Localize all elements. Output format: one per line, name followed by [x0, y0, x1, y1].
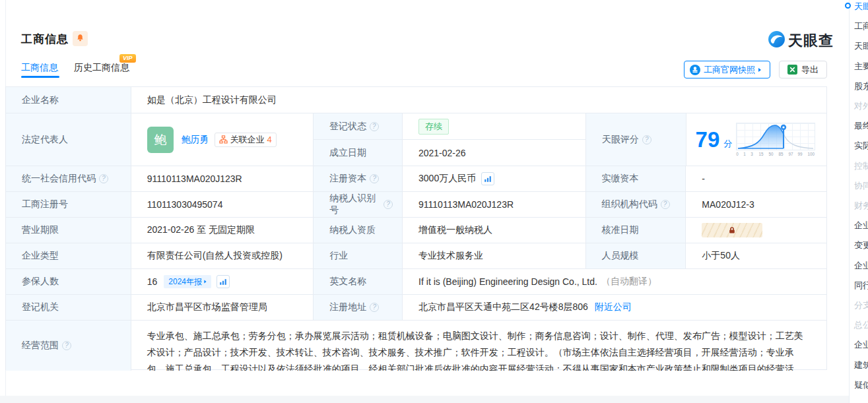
help-icon[interactable] — [642, 135, 651, 144]
sidebar-item[interactable]: 同行 — [854, 280, 868, 292]
reg-number-label: 工商注册号 — [6, 192, 131, 218]
business-term-label: 营业期限 — [6, 218, 131, 243]
locked-field[interactable] — [702, 223, 762, 237]
help-icon[interactable] — [370, 303, 379, 312]
tianyancha-logo[interactable]: 天眼查 — [768, 30, 834, 51]
sidebar-item[interactable]: 变更 — [854, 239, 868, 251]
sidebar-item[interactable]: 企业 — [854, 260, 868, 272]
axis-tick: 85 — [778, 152, 783, 156]
axis-tick: 99 — [798, 152, 803, 156]
reg-status-value: 存续 — [403, 113, 586, 140]
page-title: 工商信息 — [21, 32, 69, 47]
paid-capital-label: 实缴资本 — [586, 166, 686, 192]
axis-tick: 50 — [768, 152, 773, 156]
legal-rep-cell: 鲍 鲍历勇 关联企业 4 — [131, 113, 314, 166]
auto-translate-note: （自动翻译） — [601, 276, 657, 288]
approval-date-value — [686, 218, 826, 243]
status-badge: 存续 — [418, 119, 449, 135]
sidebar-item[interactable]: 工商 — [854, 20, 868, 32]
insured-count-value: 16 2024年报 — [131, 269, 314, 295]
reg-address-label: 注册地址 — [314, 295, 403, 321]
help-icon[interactable] — [62, 341, 71, 350]
export-button-label: 导出 — [801, 64, 818, 76]
monitor-bell-button[interactable] — [73, 31, 88, 46]
help-icon[interactable] — [370, 174, 379, 183]
taxpayer-quality-label: 纳税人资质 — [314, 218, 403, 243]
score-label: 天眼评分 — [586, 113, 686, 166]
company-name-value: 如是（北京）工程设计有限公司 — [131, 87, 826, 113]
trend-chart-icon — [219, 278, 227, 286]
org-code-value: MA020J12-3 — [686, 192, 826, 218]
sidebar-item[interactable]: 天眼 — [854, 40, 868, 52]
sidebar-item[interactable]: 实际 — [854, 140, 868, 152]
sidebar-item[interactable]: 天眼 — [854, 1, 868, 13]
annual-report-badge[interactable]: 2024年报 — [164, 275, 211, 288]
tianyancha-logo-text: 天眼查 — [788, 31, 834, 51]
stamp-icon — [690, 65, 700, 75]
sidebar-item[interactable]: 财务 — [854, 200, 868, 212]
industry-value: 专业技术服务业 — [403, 243, 586, 269]
axis-tick: 15 — [758, 152, 763, 156]
bell-icon — [76, 33, 84, 45]
sidebar-item[interactable]: 疑似 — [854, 379, 868, 391]
sidebar-item[interactable]: 主要 — [854, 61, 868, 73]
sidebar-item[interactable]: 协同 — [854, 180, 868, 192]
export-button[interactable]: 导出 — [779, 61, 827, 78]
business-info-table: 企业名称 如是（北京）工程设计有限公司 法定代表人 鲍 鲍历勇 关联企业 4 登… — [5, 86, 827, 370]
help-icon[interactable] — [384, 200, 393, 209]
est-date-label: 成立日期 — [314, 140, 403, 166]
sidebar-item[interactable]: 控制 — [854, 160, 868, 172]
sidebar-item[interactable]: 企业 — [854, 220, 868, 232]
trend-chart-button[interactable] — [217, 275, 230, 288]
annual-report-label: 2024年报 — [168, 276, 202, 288]
footer-strip — [0, 396, 849, 403]
reg-authority-label: 登记机关 — [6, 295, 131, 321]
reg-capital-value: 3000万人民币 — [403, 166, 586, 192]
taxpayer-id-value: 91110113MA020J123R — [403, 192, 586, 218]
tianyancha-logo-icon — [768, 30, 785, 51]
caret-right-icon — [758, 68, 761, 72]
sidebar-item[interactable]: 分支 — [854, 299, 868, 311]
tab-business-info[interactable]: 工商信息 — [21, 62, 58, 74]
related-companies-badge[interactable]: 关联企业 4 — [215, 133, 277, 147]
score-value: 79 — [696, 129, 720, 150]
taxpayer-id-label: 纳税人识别号 — [314, 192, 403, 218]
company-type-label: 企业类型 — [6, 243, 131, 269]
business-term-value: 2021-02-26 至 无固定期限 — [131, 218, 314, 243]
business-scope-label: 经营范围 — [6, 321, 131, 371]
tab-history-business-info[interactable]: 历史工商信息 — [74, 62, 129, 74]
reg-authority-value: 北京市昌平区市场监督管理局 — [131, 295, 314, 321]
vip-badge: VIP — [119, 54, 136, 63]
help-icon[interactable] — [370, 122, 379, 131]
org-code-label: 组织机构代码 — [586, 192, 686, 218]
nearby-companies-link[interactable]: 附近公司 — [595, 301, 632, 313]
legal-rep-name-link[interactable]: 鲍历勇 — [182, 134, 209, 146]
english-name-label: 英文名称 — [314, 269, 403, 295]
credit-code-value: 91110113MA020J123R — [131, 166, 314, 192]
help-icon[interactable] — [661, 200, 670, 209]
snapshot-button-label: 工商官网快照 — [704, 64, 755, 76]
caret-right-icon — [204, 280, 206, 284]
related-companies-count: 4 — [267, 135, 272, 144]
sidebar-divider — [849, 0, 850, 403]
sidebar-item[interactable]: 企业 — [854, 339, 868, 351]
credit-code-label: 统一社会信用代码 — [6, 166, 131, 192]
sidebar-item[interactable]: 建筑 — [854, 359, 868, 371]
axis-tick: 100 — [808, 152, 815, 156]
sidebar-item[interactable]: 最终 — [854, 120, 868, 132]
company-type-value: 有限责任公司(自然人投资或控股) — [131, 243, 314, 269]
trend-chart-button[interactable] — [481, 172, 494, 185]
score-unit: 分 — [723, 138, 732, 150]
sidebar-item[interactable]: 对外 — [854, 100, 868, 112]
active-tab-underline — [21, 76, 59, 78]
sidebar-item[interactable]: 总公 — [854, 319, 868, 331]
approval-date-label: 核准日期 — [586, 218, 686, 243]
company-name-label: 企业名称 — [6, 87, 131, 113]
sidebar-item[interactable]: 股东 — [854, 80, 868, 92]
legal-rep-label: 法定代表人 — [6, 113, 131, 166]
legal-rep-avatar[interactable]: 鲍 — [147, 127, 174, 153]
axis-tick: 0 — [736, 152, 739, 156]
help-icon[interactable] — [99, 174, 108, 183]
paid-capital-value: - — [686, 166, 826, 192]
official-snapshot-button[interactable]: 工商官网快照 — [684, 61, 770, 78]
